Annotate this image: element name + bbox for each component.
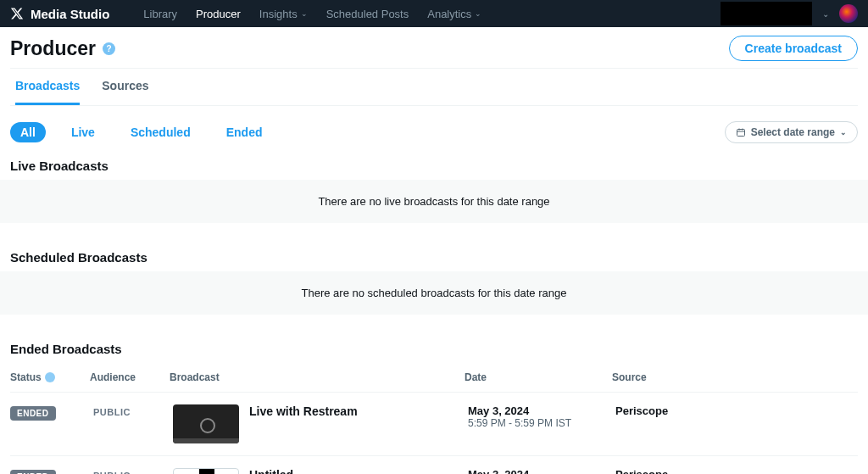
help-icon[interactable]: ? [103,42,115,55]
filter-row: All Live Scheduled Ended Select date ran… [10,106,858,152]
nav-scheduled-posts[interactable]: Scheduled Posts [326,8,409,20]
tab-sources[interactable]: Sources [102,69,148,105]
status-badge: ENDED [10,470,56,474]
chevron-down-icon: ⌄ [840,128,847,137]
tab-broadcasts[interactable]: Broadcasts [15,69,80,105]
col-status[interactable]: Status [10,371,90,383]
top-right: ⌄ [721,2,858,25]
col-source[interactable]: Source [612,371,760,383]
sort-help-icon [45,372,55,382]
chevron-down-icon: ⌄ [475,9,481,18]
page-body: Producer ? Create broadcast Broadcasts S… [0,27,868,474]
svg-rect-0 [737,130,744,137]
nav-analytics[interactable]: Analytics ⌄ [427,8,481,20]
broadcast-date: May 3, 2024 [468,404,615,417]
broadcast-date: May 3, 2024 [468,468,615,474]
main-nav: Library Producer Insights ⌄ Scheduled Po… [143,8,721,20]
col-audience[interactable]: Audience [90,371,170,383]
table-row[interactable]: ENDED PUBLIC Live with Restream May 3, 2… [10,393,858,456]
content-tabs: Broadcasts Sources [10,68,858,106]
nav-insights[interactable]: Insights ⌄ [259,8,308,20]
status-badge: ENDED [10,406,56,421]
col-date[interactable]: Date [465,371,612,383]
brand[interactable]: Media Studio [10,7,109,21]
calendar-icon [736,127,746,137]
audience-text: PUBLIC [93,468,173,474]
filter-live[interactable]: Live [61,122,105,142]
ended-section-title: Ended Broadcasts [2,342,858,356]
filter-ended[interactable]: Ended [216,122,273,142]
broadcast-source: Periscope [615,404,763,417]
scheduled-section-title: Scheduled Broadcasts [2,250,858,265]
nav-producer[interactable]: Producer [196,8,241,20]
account-switcher[interactable] [721,2,812,25]
filter-scheduled[interactable]: Scheduled [120,122,201,142]
audience-text: PUBLIC [93,404,173,417]
filter-all[interactable]: All [10,122,46,142]
nav-library[interactable]: Library [143,8,177,20]
date-range-button[interactable]: Select date range ⌄ [725,121,858,143]
account-dropdown[interactable]: ⌄ [822,9,829,19]
live-empty-state: There are no live broadcasts for this da… [0,180,868,223]
broadcast-thumbnail[interactable] [173,468,239,474]
x-logo-icon [10,7,24,20]
live-section-title: Live Broadcasts [2,159,858,173]
broadcast-source: Periscope [615,468,763,474]
top-nav: Media Studio Library Producer Insights ⌄… [0,0,868,27]
page-title: Producer [10,37,96,60]
avatar[interactable] [839,4,858,23]
create-broadcast-button[interactable]: Create broadcast [729,36,858,61]
table-header: Status Audience Broadcast Date Source [10,363,858,393]
broadcast-time: 5:59 PM - 5:59 PM IST [468,417,615,429]
broadcast-title[interactable]: Untitled [249,468,293,474]
page-header: Producer ? Create broadcast [10,36,858,68]
status-filters: All Live Scheduled Ended [10,122,272,142]
broadcast-title[interactable]: Live with Restream [249,404,358,443]
col-broadcast[interactable]: Broadcast [170,371,465,383]
table-row[interactable]: ENDED PUBLIC Untitled May 3, 2024 5:43 P… [10,456,858,474]
scheduled-empty-state: There are no scheduled broadcasts for th… [0,271,868,315]
broadcast-thumbnail[interactable] [173,404,239,443]
chevron-down-icon: ⌄ [301,9,308,18]
brand-text: Media Studio [31,7,109,21]
